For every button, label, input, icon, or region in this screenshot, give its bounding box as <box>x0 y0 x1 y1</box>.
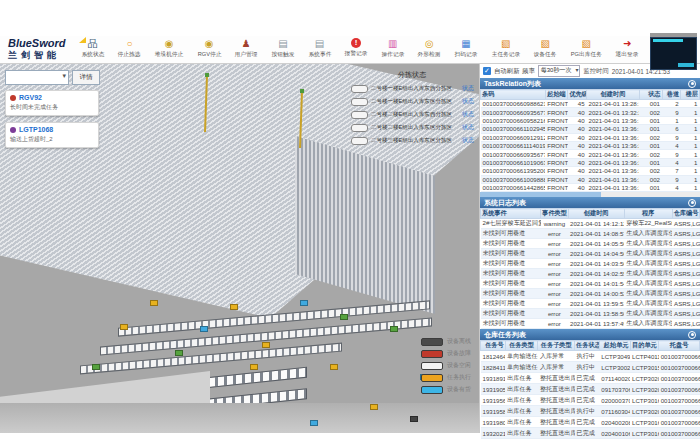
table-row[interactable]: 1932021出库任务整托直送出库已完成0204001062LCTP301600… <box>481 428 700 439</box>
table-row[interactable]: 未找到可用巷道error2021-04-01 14:00:52生成入库调度库位任… <box>481 289 700 299</box>
table-cell: 2021-04-01 13:32:24 <box>587 108 640 116</box>
device-alert-card[interactable]: LGTP1068输送上货超时_2 <box>5 122 99 148</box>
toolbar-profile-check[interactable]: ◎外形检测 <box>413 38 447 59</box>
table-row[interactable]: 1931980出库任务整托直送出库已完成0204002081LCTP301600… <box>481 417 700 428</box>
warehouse-3d-view[interactable]: 详情 RGV92长时间未完成任务LGTP1068输送上货超时_2 分拣状态 二号… <box>0 64 479 433</box>
sort-zone-status-link[interactable]: 状态 <box>462 123 474 132</box>
freq-label: 频率 <box>522 67 535 76</box>
sort-zone-toggle[interactable] <box>351 111 368 119</box>
table-row[interactable]: 00100370006611029457FRONT402021-04-01 13… <box>481 125 700 133</box>
column-header[interactable]: 状态 <box>639 90 662 100</box>
toolbar-scan-log[interactable]: ▦扫码记录 <box>449 38 483 59</box>
sort-zone-status-link[interactable]: 状态 <box>462 110 474 119</box>
sort-zone-toggle[interactable] <box>351 124 368 132</box>
column-header[interactable]: 巷道 <box>662 90 681 100</box>
column-header[interactable]: 起始单元 <box>599 341 630 351</box>
table-row[interactable]: 00100370006610190639FRONT402021-04-01 13… <box>481 158 700 166</box>
toolbar-pg-outbound-task[interactable]: ▧PG出库任务 <box>565 38 607 59</box>
legend-color-swatch <box>421 338 443 346</box>
table-row[interactable]: 00100370006613952005FRONT402021-04-01 13… <box>481 167 700 175</box>
table-row[interactable]: 未找到可用巷道error2021-04-01 14:02:55生成入库调度库位任… <box>481 269 700 279</box>
table-cell: FRONT <box>545 167 568 175</box>
column-header[interactable]: 任务子类型 <box>538 341 575 351</box>
table-row[interactable]: 未找到可用巷道error2021-04-01 14:01:54生成入库调度库位任… <box>481 279 700 289</box>
toolbar-main-task-log[interactable]: ▧主任务记录 <box>486 38 526 59</box>
column-header[interactable]: 创建时间 <box>568 209 624 219</box>
table-row[interactable]: 未找到可用巷道error2021-04-01 13:59:51生成入库调度库位任… <box>481 299 700 309</box>
toolbar-operation-log[interactable]: ▥操作记录 <box>376 38 410 59</box>
table-cell: 00100370006606 <box>659 395 700 406</box>
table-row[interactable]: 未找到可用巷道error2021-04-01 13:58:50生成入库调度库位任… <box>481 309 700 319</box>
table-row[interactable]: 00100370006609582162FRONT402021-04-01 13… <box>481 116 700 124</box>
column-header[interactable]: 托盘号 <box>659 341 700 351</box>
table-row[interactable]: 00100370006611140190FRONT402021-04-01 13… <box>481 141 700 149</box>
refresh-interval-select[interactable]: 每30秒一次 <box>538 65 581 77</box>
column-header[interactable]: 程序 <box>624 209 672 219</box>
toolbar-system-events[interactable]: ▤系统事件 <box>303 38 337 59</box>
table-row[interactable]: 未找到可用巷道error2021-04-01 13:57:49生成入库调度库位任… <box>481 319 700 329</box>
system-log-table: 系统事件事件类型创建时间程序仓库编号2#七层穿梭车延迟回复消息warning20… <box>480 208 700 329</box>
table-cell: 1828411 <box>481 362 506 373</box>
device-alert-card[interactable]: RGV92长时间未完成任务 <box>5 90 99 116</box>
table-cell: 已完成 <box>575 384 600 395</box>
settings-icon[interactable] <box>688 331 696 339</box>
sort-zone-toggle[interactable] <box>351 98 368 106</box>
thumbnail-button-bar <box>678 63 694 67</box>
column-header[interactable]: 目的单元 <box>630 341 659 351</box>
column-header[interactable]: 条码 <box>481 90 546 100</box>
toolbar-user-management[interactable]: ♟用户管理 <box>230 38 264 59</box>
table-cell: 整托直送出库 <box>538 417 575 428</box>
table-row[interactable]: 1931905出库任务整托直送出库已完成0917037061LCTP302000… <box>481 384 700 395</box>
column-header[interactable]: 起始端 <box>545 90 568 100</box>
table-row[interactable]: 1812464单向输送任务入库异常执行中LCTP3049LCTP40110010… <box>481 351 700 362</box>
column-header[interactable]: 任务号 <box>481 341 506 351</box>
table-row[interactable]: 00100370006609356770FRONT402021-04-01 13… <box>481 150 700 158</box>
device-id-link[interactable]: LGTP1068 <box>19 126 53 133</box>
column-header[interactable]: 任务状态 <box>575 341 600 351</box>
table-row[interactable]: 1931891出库任务整托直送出库已完成0711400206LCTP302000… <box>481 373 700 384</box>
device-filter-select[interactable] <box>5 70 69 85</box>
column-header[interactable]: 事件类型 <box>541 209 568 219</box>
table-cell: 生成入库调度库位任务请求 <box>624 259 672 269</box>
auto-refresh-checkbox[interactable] <box>483 67 491 75</box>
sort-zone-status-link[interactable]: 状态 <box>462 97 474 106</box>
table-row[interactable]: 未找到可用巷道error2021-04-01 14:08:57生成入库调度库位任… <box>481 229 700 239</box>
table-row[interactable]: 未找到可用巷道error2021-04-01 14:04:56生成入库调度库位任… <box>481 249 700 259</box>
sort-zone-status-link[interactable]: 状态 <box>462 84 474 93</box>
toolbar-stacker-stop[interactable]: ◉堆垛机停止 <box>149 38 189 59</box>
table-row[interactable]: 1828411单向输送任务入库异常执行中LCTP3002LCTP30150010… <box>481 362 700 373</box>
table-row[interactable]: 00100370006614428653FRONT402021-04-01 13… <box>481 183 700 191</box>
column-header[interactable]: 任务类型 <box>505 341 538 351</box>
table-row[interactable]: 00100370006609356770FRONT402021-04-01 13… <box>481 108 700 116</box>
table-cell: 0917037061 <box>599 384 630 395</box>
toolbar-device-task[interactable]: ▧设备任务 <box>529 38 563 59</box>
horizontal-scrollbar[interactable] <box>480 192 700 197</box>
device-id-link[interactable]: RGV92 <box>19 94 42 101</box>
table-row[interactable]: 00100370006610098881FRONT402021-04-01 13… <box>481 175 700 183</box>
column-header[interactable]: 系统事件 <box>481 209 541 219</box>
toolbar-logout[interactable]: ➜退出登录 <box>610 38 644 59</box>
sort-zone-toggle[interactable] <box>351 137 368 145</box>
column-header[interactable]: 创建时间 <box>587 90 640 100</box>
column-header[interactable]: 优先级 <box>568 90 587 100</box>
table-row[interactable]: 未找到可用巷道error2021-04-01 14:03:56生成入库调度库位任… <box>481 259 700 269</box>
column-header[interactable]: 仓库编号 <box>672 209 699 219</box>
table-row[interactable]: 1931958出库任务整托直送出库执行中0711603042LCTP302000… <box>481 406 700 417</box>
details-button[interactable]: 详情 <box>72 70 100 85</box>
table-row[interactable]: 00100370006609886219FRONT452021-04-01 13… <box>481 100 700 108</box>
sort-zone-status-link[interactable]: 状态 <box>462 136 474 145</box>
table-row[interactable]: 未找到可用巷道error2021-04-01 14:05:56生成入库调度库位任… <box>481 239 700 249</box>
settings-icon[interactable] <box>688 80 696 88</box>
table-row[interactable]: 1931956出库任务整托直送出库已完成0200003702LCTP301600… <box>481 395 700 406</box>
toolbar-button-trigger[interactable]: ▤按钮触发 <box>266 38 300 59</box>
toolbar-system-status[interactable]: 品系统状态 <box>76 38 110 59</box>
minimized-window-thumbnail[interactable] <box>650 33 697 70</box>
table-row[interactable]: 00100370006609129123FRONT402021-04-01 13… <box>481 133 700 141</box>
table-row[interactable]: 2#七层穿梭车延迟回复消息warning2021-04-01 14:12:12穿… <box>481 219 700 229</box>
settings-icon[interactable] <box>688 199 696 207</box>
toolbar-stop-picking[interactable]: ○停止拣选 <box>113 38 147 59</box>
sort-zone-toggle[interactable] <box>351 85 368 93</box>
toolbar-rgv-stop[interactable]: ◉RGV停止 <box>192 38 227 59</box>
column-header[interactable]: 楼层 <box>681 90 700 100</box>
toolbar-alarm-log[interactable]: !报警记录 <box>339 38 373 58</box>
